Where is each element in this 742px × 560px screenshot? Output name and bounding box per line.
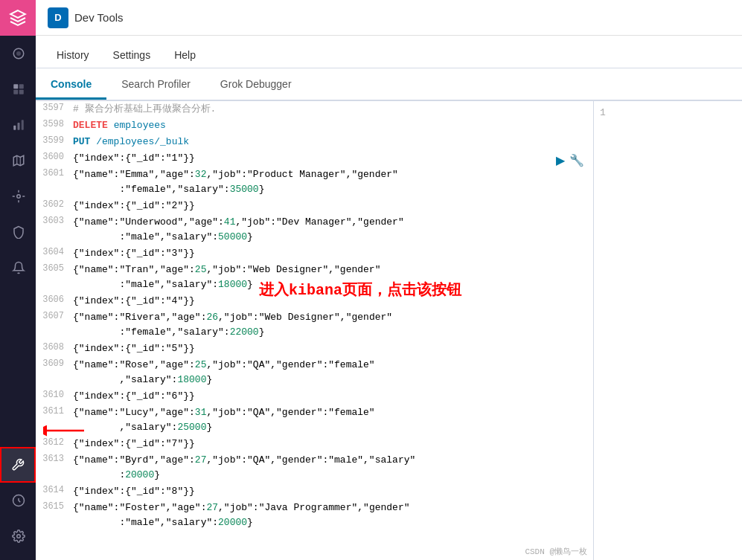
line-content: {"name":"Lucy","age":31,"job":"QA","gend… (73, 405, 593, 435)
table-row: 3610 {"index":{"_id":"6"}} (36, 388, 593, 405)
table-row: 3601 {"name":"Emma","age":32,"job":"Prod… (36, 167, 593, 198)
management-icon[interactable] (0, 518, 36, 554)
line-num: 3604 (36, 246, 73, 257)
wrench-button[interactable]: 🔧 (569, 153, 584, 167)
code-lines: 3597 # 聚合分析基础上再做聚合分析. 3598 DELETE employ… (36, 101, 593, 531)
line-num: 3615 (36, 501, 73, 512)
line-num: 3607 (36, 310, 73, 321)
line-num: 3601 (36, 167, 73, 178)
line-content: DELETE employees (73, 118, 593, 133)
svg-rect-2 (13, 84, 18, 88)
tab-settings[interactable]: Settings (104, 43, 160, 68)
dashboard-icon[interactable] (0, 71, 36, 107)
line-content: {"index":{"_id":"7"}} (73, 437, 593, 451)
line-num: 3600 (36, 151, 73, 162)
svg-rect-3 (19, 84, 24, 88)
line-content: {"name":"Tran","age":25,"job":"Web Desig… (73, 263, 593, 292)
line-num: 3603 (36, 215, 73, 226)
table-row: 3609 {"name":"Rose","age":25,"job":"QA",… (36, 357, 593, 388)
line-num: 3599 (36, 135, 73, 146)
table-row: 3603 {"name":"Underwood","age":41,"job":… (36, 214, 593, 245)
app-avatar: D (48, 7, 68, 28)
right-panel: 1 (593, 101, 742, 560)
line-num: 3597 (36, 102, 73, 113)
content-wrapper: 3597 # 聚合分析基础上再做聚合分析. 3598 DELETE employ… (36, 101, 742, 560)
line-content: {"name":"Byrd","age":27,"job":"QA","gend… (73, 453, 593, 483)
line-content: {"index":{"_id":"3"}} (73, 246, 593, 261)
alerts-icon[interactable] (0, 250, 36, 286)
tab-search-profiler[interactable]: Search Profiler (106, 71, 205, 100)
line-num: 3606 (36, 294, 73, 305)
nav-tabs: History Settings Help (36, 36, 742, 68)
tab-console[interactable]: Console (36, 71, 106, 100)
line-content: {"name":"Rose","age":25,"job":"QA","gend… (73, 358, 593, 387)
tab-help[interactable]: Help (165, 43, 205, 68)
svg-point-11 (17, 195, 21, 199)
table-row: 3606 {"index":{"_id":"4"}} (36, 293, 593, 309)
line-content: PUT /employees/_bulk (73, 135, 593, 149)
line-num: 3605 (36, 263, 73, 274)
line-content: {"index":{"_id":"1"}} (73, 151, 593, 166)
run-button[interactable]: ▶ (556, 153, 565, 167)
table-row: 3614 {"index":{"_id":"8"}} (36, 483, 593, 500)
maps-icon[interactable] (0, 143, 36, 178)
table-row: 3600 {"index":{"_id":"1"}} ▶ 🔧 (36, 150, 593, 167)
editor-pane[interactable]: 3597 # 聚合分析基础上再做聚合分析. 3598 DELETE employ… (36, 101, 593, 560)
table-row: 3612 {"index":{"_id":"7"}} (36, 436, 593, 452)
line-num: 3614 (36, 484, 73, 495)
line-content: {"index":{"_id":"4"}} (73, 294, 593, 309)
watermark: CSDN @懒鸟一枚 (525, 546, 587, 557)
table-row: 3598 DELETE employees (36, 118, 593, 134)
app-title: Dev Tools (74, 11, 124, 24)
tool-tabs: Console Search Profiler Grok Debugger (36, 68, 742, 101)
security-icon[interactable] (0, 214, 36, 250)
right-panel-line: 1 (600, 107, 606, 118)
line-num: 3610 (36, 389, 73, 400)
line-content: {"index":{"_id":"6"}} (73, 389, 593, 404)
line-content: {"name":"Rivera","age":26,"job":"Web Des… (73, 310, 593, 340)
table-row: 3604 {"index":{"_id":"3"}} (36, 245, 593, 262)
table-row: 3611 {"name":"Lucy","age":31,"job":"QA",… (36, 405, 593, 436)
devtools-icon[interactable] (0, 447, 36, 483)
line-content: # 聚合分析基础上再做聚合分析. (73, 102, 593, 117)
line-num: 3611 (36, 405, 73, 416)
monitoring-icon[interactable] (0, 483, 36, 518)
svg-rect-5 (19, 90, 24, 94)
svg-point-1 (16, 51, 21, 56)
table-row: 3607 {"name":"Rivera","age":26,"job":"We… (36, 309, 593, 341)
main-content: D Dev Tools History Settings Help Consol… (36, 0, 742, 560)
line-content: {"name":"Underwood","age":41,"job":"Dev … (73, 215, 593, 245)
table-row: 3615 {"name":"Foster","age":27,"job":"Ja… (36, 500, 593, 531)
table-row: 3605 {"name":"Tran","age":25,"job":"Web … (36, 262, 593, 293)
table-row: 3599 PUT /employees/_bulk (36, 134, 593, 150)
sidebar (0, 0, 36, 560)
table-row: 3602 {"index":{"_id":"2"}} (36, 198, 593, 214)
svg-rect-4 (13, 90, 18, 94)
tab-history[interactable]: History (48, 43, 98, 68)
visualize-icon[interactable] (0, 107, 36, 143)
app-logo[interactable] (0, 0, 36, 36)
svg-rect-6 (13, 126, 16, 130)
line-content: {"name":"Foster","age":27,"job":"Java Pr… (73, 501, 593, 530)
line-content: {"index":{"_id":"2"}} (73, 199, 593, 213)
table-row: 3613 {"name":"Byrd","age":27,"job":"QA",… (36, 452, 593, 483)
line-num: 3608 (36, 341, 73, 353)
line-num: 3602 (36, 199, 73, 210)
line-num: 3612 (36, 437, 73, 448)
table-row: 3608 {"index":{"_id":"5"}} (36, 341, 593, 357)
line-num: 3613 (36, 453, 73, 464)
line-content: {"name":"Emma","age":32,"job":"Product M… (73, 167, 593, 197)
ml-icon[interactable] (0, 178, 36, 214)
line-num: 3609 (36, 358, 73, 369)
run-buttons: ▶ 🔧 (556, 153, 584, 167)
line-num: 3598 (36, 118, 73, 129)
svg-point-13 (17, 535, 21, 538)
svg-rect-8 (22, 120, 24, 130)
line-content: {"index":{"_id":"8"}} (73, 484, 593, 499)
tab-grok-debugger[interactable]: Grok Debugger (205, 71, 307, 100)
line-content: {"index":{"_id":"5"}} (73, 341, 593, 356)
topbar: D Dev Tools (36, 0, 742, 36)
svg-rect-7 (18, 123, 20, 130)
table-row: 3597 # 聚合分析基础上再做聚合分析. (36, 101, 593, 118)
discover-icon[interactable] (0, 36, 36, 71)
